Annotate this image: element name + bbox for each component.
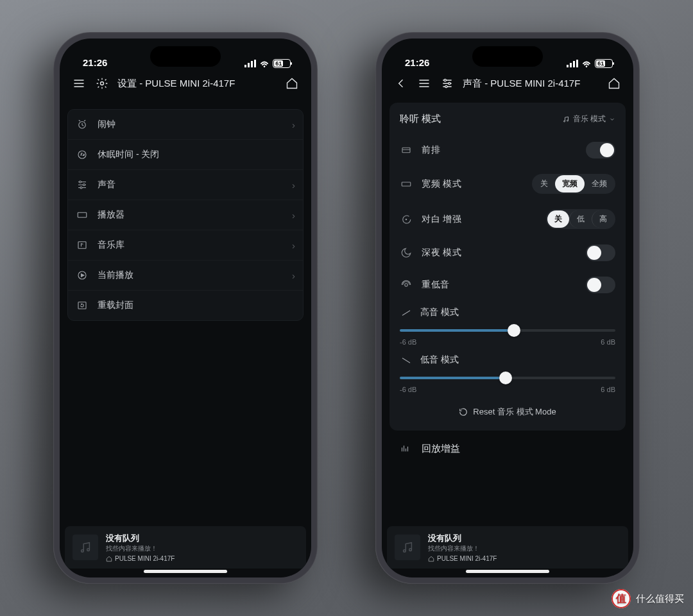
chevron-right-icon: › [292, 119, 295, 130]
deep-bass-toggle[interactable] [586, 277, 615, 293]
svg-point-29 [449, 82, 450, 84]
wide-mode-label: 宽频 模式 [422, 178, 523, 190]
dialog-opt-off[interactable]: 关 [547, 210, 569, 228]
wide-mode-icon [400, 178, 413, 191]
gear-icon[interactable] [94, 76, 110, 91]
mini-player[interactable]: 没有队列 找些内容来播放！ PULSE MINI 2i-417F [65, 526, 306, 569]
dialog-opt-low[interactable]: 低 [569, 210, 592, 228]
svg-rect-0 [244, 65, 246, 67]
chevron-down-icon [609, 116, 615, 123]
svg-rect-23 [576, 60, 578, 67]
watermark-text: 什么值得买 [636, 593, 684, 605]
sound-content[interactable]: 聆听 模式 音乐 模式 前排 宽频 模式 关 [382, 98, 633, 526]
treble-icon [400, 306, 413, 319]
back-icon[interactable] [393, 76, 409, 91]
row-library[interactable]: 音乐库 › [68, 230, 303, 261]
mini-player-subtitle: 找些内容来播放！ [106, 544, 175, 553]
home-icon[interactable] [284, 76, 300, 91]
svg-point-8 [101, 82, 104, 85]
album-art-icon [73, 535, 98, 560]
bass-slope-icon [400, 354, 413, 366]
reset-button[interactable]: Reset 音乐 模式 Mode [398, 396, 617, 422]
dialog-segmented[interactable]: 关 低 高 [546, 209, 615, 229]
reset-label: Reset 音乐 模式 Mode [473, 406, 556, 418]
svg-rect-20 [567, 65, 569, 67]
late-night-toggle[interactable] [586, 244, 615, 261]
bass-slider-block: 低音 模式 -6 dB 6 dB [398, 348, 617, 396]
treble-slider[interactable] [400, 329, 615, 332]
menu-icon[interactable] [416, 76, 432, 91]
wide-mode-segmented[interactable]: 关 宽频 全频 [532, 174, 615, 194]
row-wide-mode: 宽频 模式 关 宽频 全频 [398, 166, 617, 201]
svg-rect-34 [402, 182, 411, 186]
dialog-label: 对白 增强 [422, 214, 537, 225]
row-dialog-enhance: 对白 增强 关 低 高 [398, 201, 617, 237]
row-alarm[interactable]: 闹钟 › [68, 110, 303, 140]
battery-icon: 61 [273, 59, 291, 68]
listening-mode-value[interactable]: 音乐 模式 [562, 114, 615, 124]
slider-min: -6 dB [400, 386, 416, 393]
mini-player-text: 没有队列 找些内容来播放！ PULSE MINI 2i-417F [106, 533, 175, 562]
reload-icon [76, 299, 89, 312]
replay-gain-label: 回放增益 [422, 443, 460, 455]
mini-player-device: PULSE MINI 2i-417F [106, 555, 175, 562]
svg-point-18 [81, 550, 84, 552]
svg-point-28 [444, 79, 446, 81]
svg-point-4 [264, 65, 266, 67]
phone-right: 21:26 61 声音 - PULSE MINI 2i-417F [375, 32, 640, 584]
bass-slider[interactable] [400, 377, 615, 379]
wide-opt-full[interactable]: 全频 [585, 175, 614, 193]
listening-mode-header[interactable]: 聆听 模式 音乐 模式 [398, 107, 617, 134]
wifi-icon [259, 60, 270, 67]
row-replay-gain[interactable]: 回放增益 [387, 431, 628, 455]
play-circle-icon [76, 269, 89, 282]
watermark-badge-icon: 值 [612, 589, 631, 608]
dialog-opt-high[interactable]: 高 [592, 210, 614, 228]
front-row-toggle[interactable] [586, 142, 615, 158]
reset-icon [459, 407, 468, 416]
settings-content: 闹钟 › 休眠时间 - 关闭 声音 › 播放器 › [60, 98, 311, 526]
dialog-icon [400, 213, 413, 226]
mini-player[interactable]: 没有队列 找些内容来播放！ PULSE MINI 2i-417F [387, 526, 628, 569]
svg-point-11 [80, 181, 81, 183]
screen-right: 21:26 61 声音 - PULSE MINI 2i-417F [382, 38, 633, 578]
phone-left: 21:26 61 设置 - PULSE MINI 2i-417F [53, 32, 318, 584]
settings-list: 闹钟 › 休眠时间 - 关闭 声音 › 播放器 › [67, 109, 304, 321]
svg-rect-2 [251, 61, 253, 67]
mini-player-title: 没有队列 [106, 533, 175, 544]
row-late-night: 深夜 模式 [398, 237, 617, 269]
svg-rect-15 [78, 242, 86, 249]
svg-point-13 [80, 187, 82, 189]
home-icon[interactable] [606, 76, 622, 91]
header-title: 声音 - PULSE MINI 2i-417F [463, 78, 599, 90]
svg-point-30 [445, 85, 447, 87]
svg-point-32 [567, 120, 568, 121]
treble-slider-block: 高音 模式 -6 dB 6 dB [398, 301, 617, 348]
sliders-icon[interactable] [440, 76, 455, 91]
status-time: 21:26 [83, 57, 107, 68]
front-row-label: 前排 [422, 144, 577, 156]
menu-icon[interactable] [71, 76, 87, 91]
mini-player-title: 没有队列 [428, 533, 497, 544]
screen-left: 21:26 61 设置 - PULSE MINI 2i-417F [60, 38, 311, 578]
wide-opt-wide[interactable]: 宽频 [555, 175, 585, 193]
album-art-icon [395, 535, 420, 560]
row-sound[interactable]: 声音 › [68, 170, 303, 200]
row-label: 声音 [98, 179, 283, 191]
row-reload-cover[interactable]: 重载封面 [68, 291, 303, 320]
sliders-icon [76, 178, 89, 191]
wide-opt-off[interactable]: 关 [533, 175, 555, 193]
chevron-right-icon: › [292, 240, 295, 251]
svg-point-37 [404, 550, 406, 552]
chevron-right-icon: › [292, 180, 295, 191]
bass-mode-label: 低音 模式 [420, 354, 459, 366]
moon-icon [400, 246, 413, 259]
chevron-right-icon: › [292, 210, 295, 221]
dynamic-island [472, 46, 543, 67]
row-label: 当前播放 [98, 270, 283, 281]
row-player[interactable]: 播放器 › [68, 200, 303, 230]
row-nowplaying[interactable]: 当前播放 › [68, 261, 303, 291]
row-label: 播放器 [98, 209, 283, 221]
row-sleep[interactable]: 休眠时间 - 关闭 [68, 140, 303, 170]
replay-gain-icon [398, 442, 411, 455]
